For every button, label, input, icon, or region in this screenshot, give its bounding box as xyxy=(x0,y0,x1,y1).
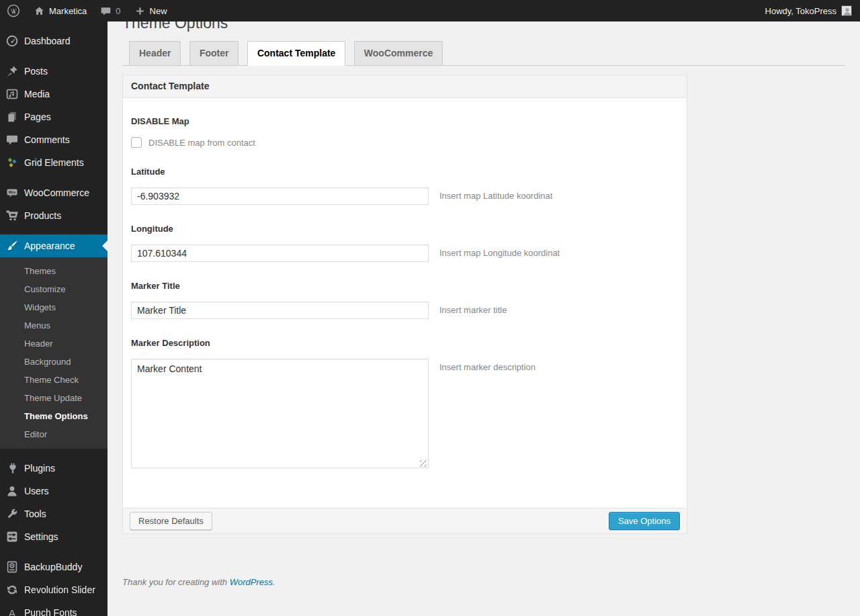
pushpin-icon xyxy=(5,64,19,78)
sidebar-item-label: Punch Fonts xyxy=(24,607,77,616)
field-label: Marker Title xyxy=(131,281,679,290)
longitude-input[interactable] xyxy=(131,245,429,262)
submenu-item-header[interactable]: Header xyxy=(0,335,108,353)
sidebar-item-label: Dashboard xyxy=(24,36,71,46)
sidebar-item-label: Plugins xyxy=(24,463,55,474)
sidebar-item-users[interactable]: Users xyxy=(0,480,108,502)
dashboard-icon xyxy=(5,34,19,48)
woocommerce-icon: Woo xyxy=(5,186,19,200)
sidebar-item-label: Posts xyxy=(24,66,48,77)
tab-woocommerce[interactable]: WooCommerce xyxy=(354,41,443,66)
sidebar-item-settings[interactable]: Settings xyxy=(0,525,108,548)
sidebar-item-label: Tools xyxy=(24,509,46,519)
panel-footer: Restore Defaults Save Options xyxy=(123,508,687,533)
letter-a-icon: A xyxy=(5,607,19,616)
field-longitude: Longitude Insert map Longitude koordinat xyxy=(131,224,679,262)
field-description: Insert map Longitude koordinat xyxy=(439,245,560,257)
admin-bar: Marketica 0 New Howdy, TokoPress xyxy=(0,0,860,21)
site-menu[interactable]: Marketica xyxy=(27,0,93,21)
field-disable-map: DISABLE Map DISABLE map from contact xyxy=(131,117,679,148)
field-marker-description: Marker Description Marker Content Insert… xyxy=(131,339,679,471)
submenu-item-theme-check[interactable]: Theme Check xyxy=(0,371,108,389)
my-account-menu[interactable]: Howdy, TokoPress xyxy=(757,5,860,16)
grid-elements-icon xyxy=(5,156,19,169)
field-label: Marker Description xyxy=(131,339,679,347)
svg-text:Woo: Woo xyxy=(9,190,16,194)
sidebar-item-label: Products xyxy=(24,210,61,221)
sidebar-item-plugins[interactable]: Plugins xyxy=(0,457,108,480)
wp-logo-menu[interactable] xyxy=(0,0,27,21)
marker-title-input[interactable] xyxy=(131,302,429,319)
sidebar-item-label: Revolution Slider xyxy=(24,584,95,595)
sidebar-item-label: WooCommerce xyxy=(24,187,89,198)
sidebar-item-punch-fonts[interactable]: A Punch Fonts xyxy=(0,601,108,616)
sidebar-item-backupbuddy[interactable]: BackupBuddy xyxy=(0,556,108,578)
submenu-item-menus[interactable]: Menus xyxy=(0,316,108,335)
submenu-item-theme-options[interactable]: Theme Options xyxy=(0,407,108,425)
field-label: DISABLE Map xyxy=(131,117,679,126)
disable-map-checkbox[interactable] xyxy=(131,137,142,148)
menu-separator xyxy=(0,174,108,181)
refresh-arrows-icon xyxy=(5,583,19,597)
menu-separator xyxy=(0,52,108,60)
cart-icon xyxy=(5,209,19,222)
sidebar-item-appearance[interactable]: Appearance xyxy=(0,234,108,257)
sidebar-item-label: Pages xyxy=(24,112,51,122)
footer-thanks: Thank you for creating with WordPress. xyxy=(122,577,275,587)
sidebar-item-label: Users xyxy=(24,486,49,496)
marker-description-textarea[interactable]: Marker Content xyxy=(131,359,429,468)
submenu-item-theme-update[interactable]: Theme Update xyxy=(0,389,108,407)
user-icon xyxy=(5,484,19,498)
sidebar-item-media[interactable]: Media xyxy=(0,83,108,105)
backup-drive-icon xyxy=(5,560,19,574)
site-name: Marketica xyxy=(49,6,87,16)
new-menu[interactable]: New xyxy=(128,0,174,21)
sidebar-item-products[interactable]: Products xyxy=(0,204,108,227)
sidebar-item-label: Settings xyxy=(24,531,58,542)
field-latitude: Latitude Insert map Latitude koordinat xyxy=(131,167,679,205)
sidebar-item-label: Comments xyxy=(24,134,70,145)
home-icon xyxy=(34,5,45,17)
tab-header[interactable]: Header xyxy=(129,41,181,66)
main-content: Theme Options Header Footer Contact Temp… xyxy=(108,0,860,602)
sidebar-item-pages[interactable]: Pages xyxy=(0,105,108,128)
submenu-item-themes[interactable]: Themes xyxy=(0,262,108,280)
tab-contact-template[interactable]: Contact Template xyxy=(247,41,345,66)
checkbox-label: DISABLE map from contact xyxy=(148,138,255,148)
tab-bar: Header Footer Contact Template WooCommer… xyxy=(122,41,845,66)
sidebar-item-dashboard[interactable]: Dashboard xyxy=(0,30,108,52)
panel-title: Contact Template xyxy=(123,75,687,98)
menu-separator xyxy=(0,449,108,457)
comment-icon xyxy=(100,5,112,17)
submenu-item-background[interactable]: Background xyxy=(0,353,108,371)
field-description: Insert map Latitude koordinat xyxy=(439,187,552,200)
footer-thanks-text: Thank you for creating with xyxy=(122,577,227,587)
sidebar-item-label: Media xyxy=(24,89,50,99)
plug-icon xyxy=(5,461,19,475)
sidebar-item-revolution-slider[interactable]: Revolution Slider xyxy=(0,578,108,601)
sidebar-item-label: Appearance xyxy=(24,240,75,251)
tab-footer[interactable]: Footer xyxy=(189,41,239,66)
avatar-person-icon xyxy=(842,6,852,16)
sidebar-item-posts[interactable]: Posts xyxy=(0,60,108,83)
paintbrush-icon xyxy=(5,239,19,253)
restore-defaults-button[interactable]: Restore Defaults xyxy=(130,512,212,530)
submenu-item-editor[interactable]: Editor xyxy=(0,425,108,443)
new-label: New xyxy=(150,6,167,16)
field-marker-title: Marker Title Insert marker title xyxy=(131,281,679,319)
settings-sliders-icon xyxy=(5,530,19,543)
sidebar-item-woocommerce[interactable]: Woo WooCommerce xyxy=(0,181,108,204)
latitude-input[interactable] xyxy=(131,187,429,205)
panel-body: DISABLE Map DISABLE map from contact Lat… xyxy=(123,98,687,508)
submenu-item-widgets[interactable]: Widgets xyxy=(0,298,108,316)
sidebar-item-grid-elements[interactable]: Grid Elements xyxy=(0,151,108,174)
menu-separator xyxy=(0,548,108,556)
menu-separator xyxy=(0,227,108,234)
submenu-item-customize[interactable]: Customize xyxy=(0,280,108,298)
comment-icon xyxy=(5,133,19,146)
comments-menu[interactable]: 0 xyxy=(93,0,127,21)
wordpress-link[interactable]: WordPress xyxy=(230,577,273,587)
sidebar-item-tools[interactable]: Tools xyxy=(0,502,108,525)
sidebar-item-comments[interactable]: Comments xyxy=(0,128,108,151)
save-options-button[interactable]: Save Options xyxy=(609,512,680,530)
